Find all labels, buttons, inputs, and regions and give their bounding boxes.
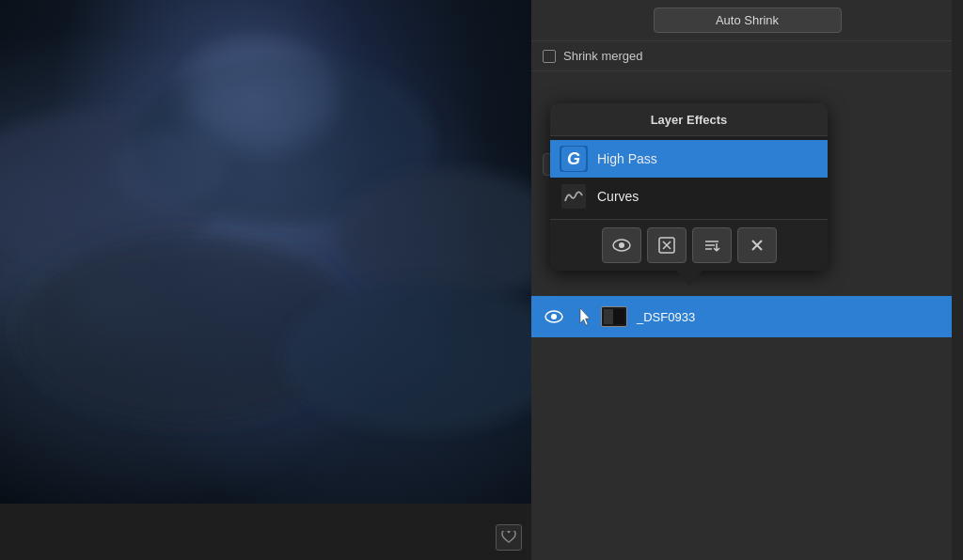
layer-thumbnail xyxy=(601,306,627,327)
bottom-bar xyxy=(0,504,531,560)
close-popup-button[interactable] xyxy=(737,227,777,263)
curves-label: Curves xyxy=(597,189,639,204)
layer-effects-popup: Layer Effects G High Pass C xyxy=(550,103,828,271)
cursor-icon xyxy=(578,306,592,327)
thumbnail-icon xyxy=(604,309,624,324)
high-pass-icon-container: G xyxy=(560,146,588,172)
layer-eye-icon xyxy=(545,310,563,323)
reorder-button[interactable] xyxy=(692,227,732,263)
svg-point-6 xyxy=(113,132,226,207)
gimp-g-icon: G xyxy=(561,147,586,171)
shrink-merged-label: Shrink merged xyxy=(563,49,643,63)
layer-name: _DSF0933 xyxy=(637,310,695,324)
curves-wave-icon xyxy=(563,188,584,205)
canvas-area xyxy=(0,0,531,560)
right-panel: Auto Shrink Shrink merged Normal 100,0 −… xyxy=(531,0,963,560)
reorder-icon xyxy=(703,238,720,253)
popup-item-high-pass[interactable]: G High Pass xyxy=(550,140,828,178)
auto-shrink-button[interactable]: Auto Shrink xyxy=(654,8,842,33)
popup-title-bar: Layer Effects xyxy=(550,103,828,136)
cloud-svg xyxy=(0,0,531,504)
top-bar: Auto Shrink xyxy=(531,0,963,41)
shrink-merged-checkbox[interactable] xyxy=(543,50,556,63)
high-pass-label: High Pass xyxy=(597,151,657,166)
svg-point-11 xyxy=(551,314,557,319)
popup-title: Layer Effects xyxy=(651,113,728,127)
heart-icon xyxy=(501,531,516,544)
svg-point-5 xyxy=(188,38,339,150)
popup-item-curves[interactable]: Curves xyxy=(550,178,828,215)
visibility-toggle-button[interactable] xyxy=(602,227,641,263)
eye-icon xyxy=(612,239,631,252)
delete-effect-button[interactable] xyxy=(647,227,687,263)
layer-item[interactable]: _DSF0933 xyxy=(531,296,952,337)
svg-point-8 xyxy=(619,242,624,248)
heart-icon-container[interactable] xyxy=(496,524,522,551)
delete-icon xyxy=(658,237,675,254)
popup-actions xyxy=(550,219,828,271)
shrink-merged-row: Shrink merged xyxy=(531,41,963,71)
curves-icon-container xyxy=(560,183,588,210)
popup-pointer xyxy=(676,271,703,286)
svg-rect-13 xyxy=(604,309,613,324)
canvas-image xyxy=(0,0,531,560)
scrollbar[interactable] xyxy=(952,0,963,560)
curves-icon xyxy=(561,184,586,209)
popup-items: G High Pass Curves xyxy=(550,136,828,219)
close-icon xyxy=(750,239,764,252)
layer-eye-button[interactable] xyxy=(543,305,565,328)
